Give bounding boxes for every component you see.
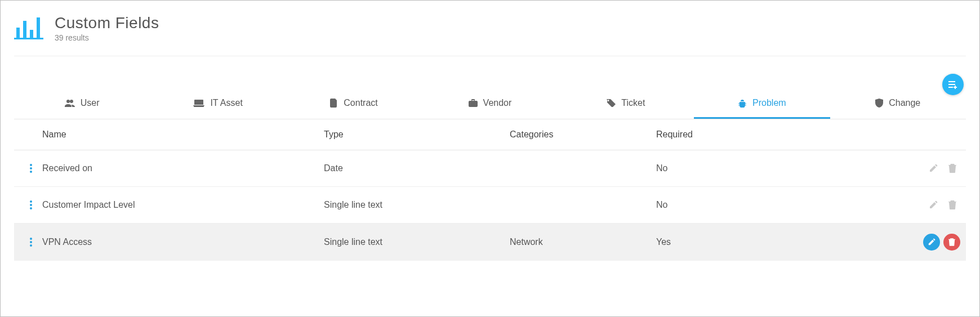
laptop-icon bbox=[193, 99, 204, 107]
cell-required: Yes bbox=[656, 237, 803, 247]
column-header-required: Required bbox=[656, 130, 803, 140]
edit-button[interactable] bbox=[925, 160, 941, 176]
edit-button[interactable] bbox=[925, 197, 941, 213]
briefcase-icon bbox=[469, 99, 478, 107]
drag-handle[interactable] bbox=[20, 200, 42, 210]
cell-type: Single line text bbox=[324, 200, 510, 210]
column-header-categories: Categories bbox=[510, 130, 656, 140]
tab-problem[interactable]: Problem bbox=[694, 90, 830, 119]
tab-change[interactable]: Change bbox=[830, 90, 966, 119]
svg-point-12 bbox=[30, 171, 32, 173]
add-list-icon bbox=[947, 79, 959, 90]
tag-icon bbox=[607, 99, 616, 107]
tab-user[interactable]: User bbox=[14, 90, 150, 119]
drag-dots-icon bbox=[29, 237, 33, 247]
svg-rect-7 bbox=[948, 87, 953, 88]
delete-button[interactable] bbox=[945, 160, 960, 176]
category-tabs: User IT Asset Contract Vendor Ticket Pro… bbox=[14, 90, 966, 119]
drag-dots-icon bbox=[29, 200, 33, 210]
pencil-icon bbox=[928, 238, 936, 246]
pencil-icon bbox=[929, 164, 938, 173]
delete-button[interactable] bbox=[943, 234, 960, 251]
tab-label: User bbox=[81, 98, 100, 108]
svg-point-10 bbox=[30, 164, 32, 166]
svg-point-18 bbox=[30, 244, 32, 247]
cell-name: Received on bbox=[42, 163, 324, 173]
bug-icon bbox=[738, 99, 747, 108]
cell-name: VPN Access bbox=[42, 237, 324, 247]
tab-vendor[interactable]: Vendor bbox=[422, 90, 558, 119]
svg-point-11 bbox=[30, 167, 32, 169]
drag-handle[interactable] bbox=[20, 237, 42, 247]
users-icon bbox=[65, 99, 75, 107]
cell-type: Single line text bbox=[324, 237, 510, 247]
svg-rect-5 bbox=[948, 81, 955, 82]
tab-label: Vendor bbox=[483, 98, 512, 108]
page-title: Custom Fields bbox=[55, 14, 159, 32]
shield-icon bbox=[875, 99, 883, 108]
svg-rect-0 bbox=[16, 28, 20, 38]
tab-label: Change bbox=[889, 98, 920, 108]
tab-itasset[interactable]: IT Asset bbox=[150, 90, 286, 119]
tab-label: Contract bbox=[344, 98, 377, 108]
cell-type: Date bbox=[324, 163, 510, 173]
svg-rect-3 bbox=[37, 17, 40, 38]
add-field-button[interactable] bbox=[942, 74, 964, 95]
trash-icon bbox=[948, 164, 956, 173]
bar-chart-icon bbox=[14, 16, 43, 40]
edit-button[interactable] bbox=[923, 234, 940, 251]
svg-point-17 bbox=[30, 241, 32, 243]
column-header-type: Type bbox=[324, 130, 510, 140]
trash-icon bbox=[948, 238, 955, 246]
svg-rect-6 bbox=[948, 84, 955, 85]
svg-point-16 bbox=[30, 238, 32, 240]
drag-dots-icon bbox=[29, 163, 33, 173]
svg-rect-9 bbox=[954, 87, 957, 88]
document-icon bbox=[330, 99, 338, 108]
svg-rect-2 bbox=[30, 30, 33, 38]
cell-categories: Network bbox=[510, 237, 656, 247]
svg-point-15 bbox=[30, 207, 32, 209]
drag-handle[interactable] bbox=[20, 163, 42, 173]
cell-required: No bbox=[656, 200, 803, 210]
table-row: Customer Impact Level Single line text N… bbox=[14, 187, 966, 224]
column-header-name: Name bbox=[42, 130, 324, 140]
svg-point-14 bbox=[30, 204, 32, 206]
tab-label: Problem bbox=[752, 98, 786, 108]
table-header-row: Name Type Categories Required bbox=[14, 119, 966, 150]
table-row: VPN Access Single line text Network Yes bbox=[14, 224, 966, 261]
svg-rect-4 bbox=[14, 38, 43, 39]
tab-label: Ticket bbox=[621, 98, 645, 108]
pencil-icon bbox=[929, 200, 938, 209]
cell-required: No bbox=[656, 163, 803, 173]
results-count: 39 results bbox=[55, 33, 159, 42]
trash-icon bbox=[948, 200, 956, 209]
svg-rect-1 bbox=[23, 21, 26, 38]
tab-ticket[interactable]: Ticket bbox=[558, 90, 694, 119]
cell-name: Customer Impact Level bbox=[42, 200, 324, 210]
svg-point-13 bbox=[30, 200, 32, 203]
delete-button[interactable] bbox=[945, 197, 960, 213]
tab-label: IT Asset bbox=[210, 98, 243, 108]
table-row: Received on Date No bbox=[14, 150, 966, 187]
tab-contract[interactable]: Contract bbox=[286, 90, 422, 119]
